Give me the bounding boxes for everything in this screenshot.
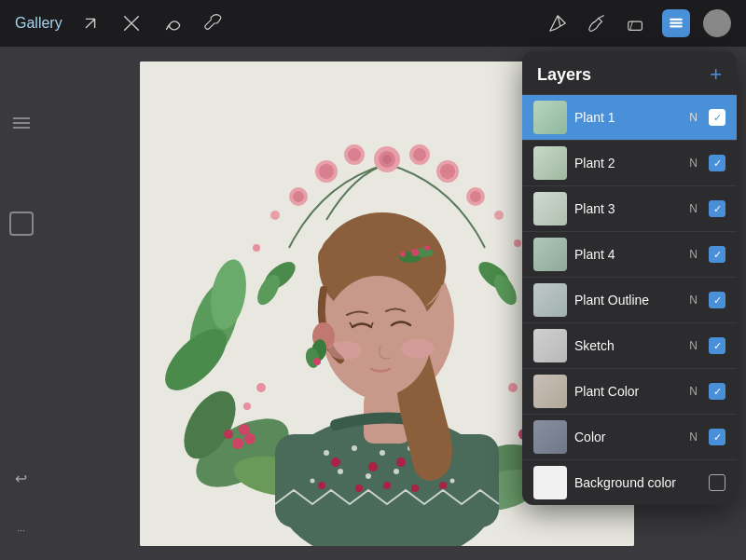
layer-visibility-bg-color[interactable] (709, 474, 725, 491)
add-layer-button[interactable]: + (710, 64, 722, 85)
layer-item-sketch[interactable]: SketchN (522, 323, 737, 369)
svg-point-74 (439, 482, 447, 489)
svg-point-56 (352, 445, 357, 451)
svg-point-20 (382, 155, 392, 164)
svg-point-24 (348, 148, 361, 161)
svg-point-44 (224, 430, 233, 439)
layer-item-plant3[interactable]: Plant 3N (522, 186, 737, 232)
layer-visibility-sketch[interactable] (709, 337, 725, 354)
eraser-tool-icon[interactable] (623, 10, 649, 36)
layer-name-plant-outline: Plant Outline (574, 293, 682, 307)
left-sidebar: ↩ ··· (0, 93, 42, 560)
svg-point-38 (508, 383, 518, 392)
svg-point-26 (293, 191, 304, 202)
eyedropper-tool-icon[interactable] (200, 10, 227, 36)
gallery-button[interactable]: Gallery (15, 15, 62, 32)
layer-name-plant4: Plant 4 (574, 247, 682, 262)
layer-blend-mode-sketch[interactable]: N (689, 339, 698, 352)
layer-name-plant1: Plant 1 (574, 110, 682, 125)
svg-rect-5 (670, 19, 683, 20)
layer-thumbnail-plant-outline (533, 283, 567, 317)
smudge-tool-icon[interactable] (159, 10, 186, 36)
svg-rect-54 (275, 434, 499, 527)
svg-point-28 (440, 164, 455, 179)
svg-point-82 (411, 249, 419, 256)
svg-point-60 (338, 469, 343, 474)
layer-item-plant-color[interactable]: Plant ColorN (522, 369, 737, 415)
svg-line-0 (599, 16, 604, 19)
svg-point-72 (383, 482, 391, 489)
svg-point-61 (366, 473, 371, 479)
svg-point-78 (324, 276, 432, 397)
layer-item-plant2[interactable]: Plant 2N (522, 141, 737, 186)
left-tool-more[interactable]: ··· (7, 515, 36, 545)
layer-thumbnail-plant4 (533, 238, 567, 271)
layer-thumbnail-plant-color (533, 375, 567, 408)
layers-panel-toggle[interactable] (662, 9, 690, 37)
svg-point-73 (411, 485, 419, 492)
svg-point-68 (396, 458, 406, 467)
layer-visibility-color[interactable] (709, 429, 725, 445)
layer-visibility-plant2[interactable] (709, 155, 725, 171)
layer-item-color[interactable]: ColorN (522, 415, 737, 460)
svg-point-57 (380, 450, 385, 456)
layer-visibility-plant-outline[interactable] (709, 292, 725, 308)
svg-point-30 (413, 148, 426, 161)
layer-visibility-plant4[interactable] (709, 246, 725, 263)
svg-point-39 (243, 403, 251, 410)
left-tool-square[interactable] (7, 209, 36, 239)
toolbar: Gallery (0, 0, 746, 47)
layers-title: Layers (537, 65, 591, 85)
user-avatar[interactable] (703, 9, 731, 37)
svg-point-62 (394, 469, 399, 474)
svg-point-67 (368, 462, 378, 471)
layer-name-bg-color: Background color (574, 475, 690, 490)
pen-tool-icon[interactable] (545, 10, 571, 36)
layer-blend-mode-plant-color[interactable]: N (689, 385, 698, 398)
svg-point-42 (244, 433, 256, 444)
layer-item-plant4[interactable]: Plant 4N (522, 232, 737, 278)
layer-name-color: Color (574, 430, 682, 444)
layer-item-bg-color[interactable]: Background color (522, 460, 737, 505)
transform-tool-icon[interactable] (118, 10, 145, 36)
layer-blend-mode-plant4[interactable]: N (689, 248, 698, 261)
svg-point-91 (313, 358, 321, 365)
svg-point-33 (270, 211, 280, 220)
svg-point-70 (318, 482, 325, 489)
left-tool-undo[interactable]: ↩ (7, 463, 36, 493)
layer-blend-mode-plant-outline[interactable]: N (689, 294, 698, 307)
layer-thumbnail-plant3 (533, 192, 567, 225)
layer-name-sketch: Sketch (574, 338, 682, 353)
layer-visibility-plant-color[interactable] (709, 383, 725, 400)
layer-name-plant3: Plant 3 (574, 201, 682, 216)
layer-item-plant-outline[interactable]: Plant OutlineN (522, 278, 737, 323)
svg-point-41 (232, 438, 243, 449)
modify-tool-icon[interactable] (77, 10, 104, 36)
layer-blend-mode-plant1[interactable]: N (689, 111, 698, 124)
layer-visibility-plant1[interactable] (709, 109, 725, 126)
svg-point-43 (239, 424, 250, 435)
layers-panel: Layers + Plant 1NPlant 2NPlant 3NPlant 4… (522, 51, 737, 505)
layer-item-plant1[interactable]: Plant 1N (522, 95, 737, 141)
svg-point-83 (424, 245, 430, 251)
svg-point-22 (319, 164, 334, 179)
layer-blend-mode-color[interactable]: N (689, 430, 698, 444)
layer-visibility-plant3[interactable] (709, 200, 725, 217)
svg-rect-3 (670, 25, 683, 27)
layer-thumbnail-sketch (533, 329, 567, 362)
brush-tool-icon[interactable] (584, 10, 610, 36)
svg-point-37 (256, 383, 266, 392)
svg-point-64 (311, 478, 315, 483)
svg-point-87 (328, 341, 362, 360)
svg-point-34 (494, 211, 504, 220)
svg-point-88 (401, 339, 435, 358)
layer-thumbnail-plant1 (533, 101, 567, 134)
svg-point-35 (253, 244, 260, 252)
left-tool-1[interactable] (7, 108, 36, 138)
layer-blend-mode-plant2[interactable]: N (689, 157, 698, 170)
layer-blend-mode-plant3[interactable]: N (689, 202, 698, 215)
svg-rect-4 (670, 22, 683, 24)
layer-thumbnail-bg-color (533, 466, 567, 499)
layers-header: Layers + (522, 51, 737, 95)
svg-point-55 (324, 450, 329, 456)
